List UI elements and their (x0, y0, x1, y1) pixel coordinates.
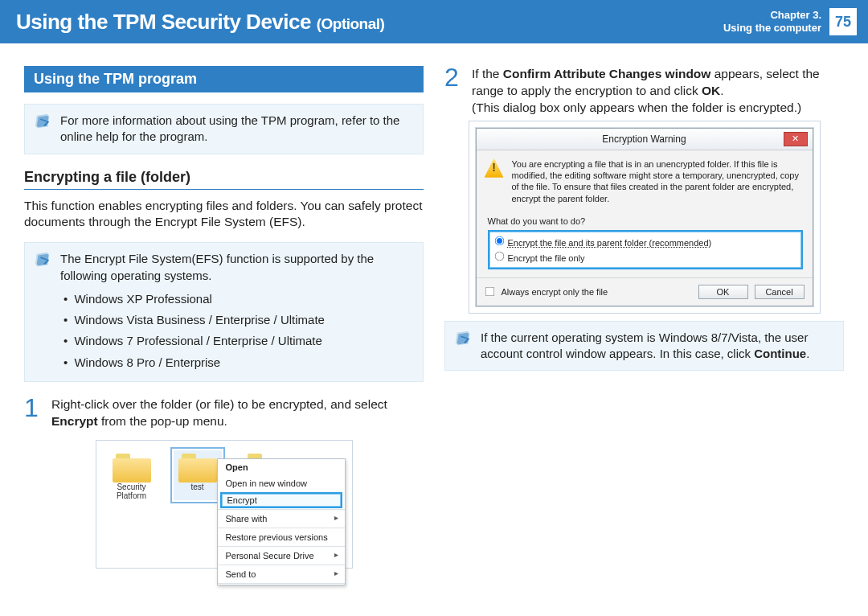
always-encrypt-checkbox[interactable]: Always encrypt only the file (485, 286, 608, 297)
note1-text: For more information about using the TPM… (60, 113, 399, 143)
note2-intro: The Encrypt File System(EFS) function is… (60, 251, 411, 284)
encryption-warning-dialog: Encryption Warning ✕ You are encrypting … (476, 128, 813, 306)
chapter-line2: Using the computer (723, 22, 821, 35)
step-number: 1 (24, 396, 43, 430)
menu-personal-secure-drive[interactable]: Personal Secure Drive (218, 548, 345, 564)
title-main: Using the TPM Security Device (16, 10, 311, 34)
sub1-body: This function enables encrypting files a… (24, 198, 424, 232)
chapter-line1: Chapter 3. (723, 9, 821, 22)
dialog-body-text: You are encrypting a file that is in an … (512, 158, 803, 204)
menu-send-to[interactable]: Send to (218, 566, 345, 582)
note-icon (35, 251, 52, 269)
step1-post: from the pop-up menu. (98, 414, 227, 428)
os-list: Windows XP Professional Windows Vista Bu… (60, 289, 411, 373)
radio-option-parent[interactable]: Encrypt the file and its parent folder (… (494, 235, 796, 249)
dialog-titlebar: Encryption Warning ✕ (477, 129, 813, 150)
radio-parent-input[interactable] (494, 236, 504, 246)
menu-restore-versions[interactable]: Restore previous versions (218, 529, 345, 545)
page-number: 75 (829, 8, 857, 35)
note3-post: . (806, 347, 809, 360)
menu-share-with[interactable]: Share with (218, 511, 345, 527)
step2-d: OK (702, 84, 720, 97)
folder-label: Security Platform (108, 483, 156, 500)
page-title: Using the TPM Security Device (Optional) (16, 10, 384, 35)
always-label: Always encrypt only the file (502, 287, 608, 297)
step1-bold: Encrypt (51, 414, 98, 428)
right-column: 2 If the Confirm Attribute Changes windo… (444, 66, 844, 569)
note3-bold: Continue (754, 347, 806, 360)
radio1-label: Encrypt the file and its parent folder (… (508, 238, 712, 248)
folder-label: test (174, 483, 222, 491)
menu-encrypt[interactable]: Encrypt (220, 492, 342, 508)
step-number: 2 (444, 66, 464, 117)
context-menu: Open Open in new window Encrypt Share wi… (217, 458, 346, 585)
note-icon (455, 330, 473, 347)
dialog-question: What do you want to do? (488, 216, 803, 227)
step-1: 1 Right-click over the folder (or file) … (24, 396, 424, 430)
os-item: Windows 7 Professional / Enterprise / Ul… (63, 331, 411, 351)
cancel-button[interactable]: Cancel (755, 285, 805, 299)
folder-security-platform[interactable]: Security Platform (108, 450, 156, 500)
context-menu-screenshot: Security Platform test Open Open in new … (96, 440, 353, 569)
os-item: Windows XP Professional (63, 289, 411, 310)
note-box-1: For more information about using the TPM… (24, 104, 424, 154)
note-box-3: If the current operating system is Windo… (444, 321, 844, 372)
subheading-encrypting: Encrypting a file (folder) (24, 169, 424, 190)
ok-button[interactable]: OK (698, 285, 748, 299)
close-icon[interactable]: ✕ (784, 132, 808, 146)
radio-option-file-only[interactable]: Encrypt the file only (494, 250, 796, 265)
radio-group: Encrypt the file and its parent folder (… (488, 230, 803, 269)
title-suffix: (Optional) (317, 15, 385, 32)
folder-test[interactable]: test (174, 450, 222, 500)
warning-icon (485, 158, 504, 178)
step1-pre: Right-click over the folder (or file) to… (51, 397, 387, 411)
radio2-label: Encrypt the file only (508, 253, 585, 263)
note-box-2: The Encrypt File System(EFS) function is… (24, 242, 424, 382)
left-column: Using the TPM program For more informati… (24, 66, 424, 569)
step2-line2: (This dialog box only appears when the f… (472, 100, 844, 117)
os-item: Windows Vista Business / Enterprise / Ul… (63, 310, 411, 331)
menu-open-new-window[interactable]: Open in new window (218, 475, 345, 491)
step2-b: Confirm Attribute Changes window (503, 67, 711, 80)
radio-file-only-input[interactable] (494, 251, 504, 261)
step2-a: If the (472, 67, 503, 80)
always-encrypt-input[interactable] (485, 287, 494, 297)
note-icon (35, 113, 52, 130)
header-meta: Chapter 3. Using the computer 75 (723, 8, 857, 35)
step-2: 2 If the Confirm Attribute Changes windo… (444, 66, 844, 117)
dialog-title: Encryption Warning (506, 133, 784, 145)
os-item: Windows 8 Pro / Enterprise (63, 352, 411, 373)
page-header: Using the TPM Security Device (Optional)… (0, 0, 868, 43)
step2-e: . (720, 84, 723, 97)
section-heading: Using the TPM program (24, 66, 424, 92)
menu-open[interactable]: Open (218, 459, 345, 475)
